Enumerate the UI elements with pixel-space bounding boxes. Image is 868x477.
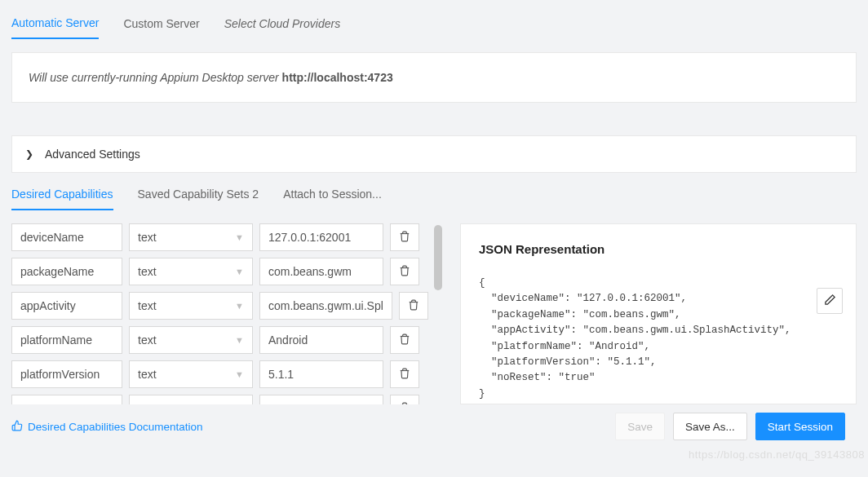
capability-type-select[interactable]: text▼ (129, 223, 253, 251)
tab-saved-capability-sets[interactable]: Saved Capability Sets 2 (138, 184, 259, 210)
capability-value-input[interactable]: 127.0.0.1:62001 (259, 223, 383, 251)
tab-custom-server[interactable]: Custom Server (123, 12, 199, 38)
capability-row: noResettext▼true (11, 395, 431, 404)
chevron-down-icon: ▼ (235, 267, 244, 276)
capability-name-input[interactable]: packageName (11, 258, 122, 285)
trash-icon (399, 265, 410, 279)
capability-row: platformVersiontext▼5.1.1 (11, 360, 431, 388)
capability-name-input[interactable]: platformName (11, 326, 122, 354)
capability-value-input[interactable]: com.beans.gwm.ui.Spl (259, 292, 392, 320)
save-as-button[interactable]: Save As... (673, 413, 747, 440)
trash-icon (399, 231, 410, 245)
delete-capability-button[interactable] (390, 326, 419, 354)
chevron-down-icon: ▼ (235, 301, 244, 311)
server-info-text: Will use currently-running Appium Deskto… (29, 71, 282, 84)
capabilities-list: deviceNametext▼127.0.0.1:62001packageNam… (11, 223, 444, 404)
advanced-settings-label: Advanced Settings (45, 148, 140, 161)
capability-value-input[interactable]: com.beans.gwm (259, 258, 383, 285)
capability-type-select[interactable]: text▼ (129, 326, 253, 354)
save-button: Save (615, 413, 665, 440)
capability-name-input[interactable]: deviceName (11, 223, 122, 251)
tab-desired-capabilities[interactable]: Desired Capabilities (11, 184, 113, 210)
session-tabs: Desired Capabilities Saved Capability Se… (11, 184, 857, 210)
chevron-down-icon: ▼ (235, 369, 244, 379)
chevron-down-icon: ▼ (235, 404, 244, 404)
json-representation-panel: JSON Representation { "deviceName": "127… (460, 223, 857, 404)
delete-capability-button[interactable] (390, 258, 419, 285)
trash-icon (399, 402, 410, 405)
capability-type-select[interactable]: text▼ (129, 360, 253, 388)
edit-json-button[interactable] (817, 288, 843, 314)
capability-value-input[interactable]: 5.1.1 (259, 360, 383, 388)
capability-row: platformNametext▼Android (11, 326, 431, 354)
delete-capability-button[interactable] (390, 395, 419, 404)
watermark: https://blog.csdn.net/qq_39143808 (689, 448, 865, 461)
capability-name-input[interactable]: platformVersion (11, 360, 122, 388)
tab-automatic-server[interactable]: Automatic Server (11, 11, 99, 39)
chevron-down-icon: ▼ (235, 232, 244, 242)
server-url: http://localhost:4723 (282, 71, 393, 84)
server-info-box: Will use currently-running Appium Deskto… (11, 52, 857, 103)
capabilities-documentation-link[interactable]: Desired Capabilities Documentation (11, 420, 203, 434)
chevron-right-icon: ❯ (25, 148, 33, 160)
capability-type-select[interactable]: text▼ (129, 395, 253, 404)
capability-value-input[interactable]: Android (259, 326, 383, 354)
capability-type-select[interactable]: text▼ (129, 292, 253, 320)
delete-capability-button[interactable] (390, 360, 419, 388)
tab-attach-to-session[interactable]: Attach to Session... (283, 184, 382, 210)
trash-icon (408, 299, 419, 313)
capability-name-input[interactable]: noReset (11, 395, 122, 404)
delete-capability-button[interactable] (399, 292, 428, 320)
capability-name-input[interactable]: appActivity (11, 292, 122, 320)
capability-value-input[interactable]: true (259, 395, 383, 404)
delete-capability-button[interactable] (390, 223, 419, 251)
capability-type-select[interactable]: text▼ (129, 258, 253, 285)
thumbs-up-icon (11, 420, 23, 434)
pencil-icon (824, 294, 836, 308)
json-content: { "deviceName": "127.0.0.1:62001", "pack… (479, 276, 838, 402)
scrollbar[interactable] (434, 225, 442, 290)
tab-select-cloud-providers[interactable]: Select Cloud Providers (224, 12, 340, 38)
chevron-down-icon: ▼ (235, 335, 244, 345)
json-title: JSON Representation (479, 242, 838, 256)
capability-row: packageNametext▼com.beans.gwm (11, 258, 431, 285)
capability-row: appActivitytext▼com.beans.gwm.ui.Spl (11, 292, 431, 320)
advanced-settings-toggle[interactable]: ❯ Advanced Settings (11, 135, 857, 173)
capability-row: deviceNametext▼127.0.0.1:62001 (11, 223, 431, 251)
start-session-button[interactable]: Start Session (755, 413, 845, 440)
trash-icon (399, 368, 410, 382)
doc-link-label: Desired Capabilities Documentation (28, 421, 203, 433)
server-tabs: Automatic Server Custom Server Select Cl… (11, 11, 857, 39)
trash-icon (399, 333, 410, 347)
